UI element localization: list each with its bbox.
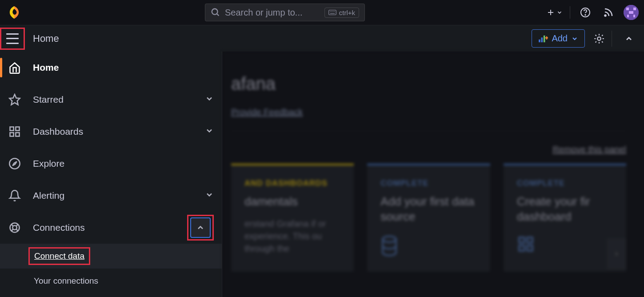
sidebar-item-label: Alerting bbox=[33, 190, 64, 201]
svg-rect-18 bbox=[633, 15, 635, 17]
header-bar: Home Add bbox=[0, 25, 644, 52]
sidebar-item-label: Home bbox=[33, 62, 59, 73]
svg-point-12 bbox=[605, 15, 606, 16]
sidebar-item-connections[interactable]: Connections bbox=[0, 212, 222, 244]
svg-point-30 bbox=[9, 158, 20, 169]
chevron-right-icon bbox=[613, 251, 620, 257]
svg-rect-28 bbox=[10, 132, 14, 136]
news-button[interactable] bbox=[600, 4, 616, 20]
card-title: Add your first data source bbox=[380, 194, 476, 225]
menu-toggle-button[interactable] bbox=[6, 33, 19, 44]
add-menu-button[interactable] bbox=[547, 4, 563, 20]
search-input[interactable]: Search or jump to... ctrl+k bbox=[205, 4, 365, 21]
chevron-up-icon bbox=[624, 34, 633, 43]
sidebar-subitem-connect-data[interactable]: Connect data bbox=[0, 244, 222, 269]
sidebar-subitem-your-connections[interactable]: Your connections bbox=[0, 269, 222, 293]
grafana-logo[interactable] bbox=[5, 4, 23, 21]
svg-point-33 bbox=[12, 225, 16, 229]
chevron-down-icon bbox=[205, 94, 214, 105]
gear-icon bbox=[593, 33, 605, 44]
panel-add-icon bbox=[538, 35, 548, 43]
card-title: damentals bbox=[244, 194, 340, 209]
svg-rect-36 bbox=[527, 237, 532, 243]
search-shortcut: ctrl+k bbox=[324, 8, 359, 18]
sidebar-subitem-label: Your connections bbox=[34, 276, 98, 286]
connections-expand-highlight bbox=[187, 215, 214, 241]
sidebar-item-dashboards[interactable]: Dashboards bbox=[0, 116, 222, 148]
breadcrumb[interactable]: Home bbox=[33, 33, 59, 44]
feedback-link[interactable]: Provide Feedback bbox=[231, 107, 303, 117]
chevron-down-icon bbox=[571, 35, 578, 42]
sidebar-item-label: Explore bbox=[33, 158, 64, 169]
svg-point-0 bbox=[212, 9, 218, 15]
dashboard-settings-button[interactable] bbox=[589, 29, 609, 48]
svg-rect-37 bbox=[519, 245, 524, 251]
apps-icon bbox=[8, 125, 21, 138]
svg-rect-20 bbox=[541, 37, 543, 42]
apps-icon bbox=[517, 235, 613, 255]
connections-icon bbox=[8, 221, 21, 234]
svg-rect-26 bbox=[10, 127, 14, 131]
chevron-down-icon bbox=[205, 126, 214, 137]
svg-rect-15 bbox=[633, 8, 636, 10]
sidebar-item-label: Dashboards bbox=[33, 126, 83, 137]
compass-icon bbox=[8, 157, 21, 170]
search-icon bbox=[211, 8, 220, 17]
svg-rect-19 bbox=[539, 39, 541, 42]
svg-point-24 bbox=[597, 37, 601, 40]
add-panel-label: Add bbox=[552, 33, 568, 44]
main-content: afana Provide Feedback Remove this panel… bbox=[222, 52, 644, 297]
svg-rect-38 bbox=[527, 245, 532, 251]
sidebar-subitem-label: Connect data bbox=[34, 251, 84, 261]
sidebar-item-label: Connections bbox=[33, 222, 85, 233]
help-icon bbox=[580, 7, 591, 18]
svg-rect-17 bbox=[627, 15, 629, 17]
star-icon bbox=[8, 93, 21, 106]
svg-rect-27 bbox=[16, 127, 19, 131]
svg-rect-35 bbox=[519, 237, 524, 243]
sidebar-item-label: Starred bbox=[33, 94, 64, 105]
plus-icon bbox=[547, 8, 555, 16]
svg-point-34 bbox=[383, 236, 396, 242]
connect-data-highlight: Connect data bbox=[28, 247, 90, 265]
card-status: COMPLETE bbox=[517, 179, 613, 188]
svg-marker-31 bbox=[12, 161, 16, 165]
sidebar-item-starred[interactable]: Starred bbox=[0, 84, 222, 116]
home-icon bbox=[8, 61, 21, 74]
onboarding-card-datasource[interactable]: COMPLETE Add your first data source bbox=[367, 164, 490, 272]
onboarding-card-fundamentals[interactable]: AND DASHBOARDS damentals erstand Grafana… bbox=[231, 164, 354, 272]
chevron-down-icon bbox=[556, 9, 563, 16]
svg-rect-21 bbox=[544, 35, 545, 42]
card-title: Create your fir dashboard bbox=[517, 194, 613, 225]
collapse-button[interactable] bbox=[619, 29, 639, 48]
scroll-right-button[interactable] bbox=[607, 238, 626, 269]
add-panel-button[interactable]: Add bbox=[532, 29, 585, 48]
svg-rect-29 bbox=[16, 132, 19, 136]
chevron-up-icon bbox=[196, 223, 205, 232]
chevron-down-icon bbox=[205, 190, 214, 201]
page-title: afana bbox=[231, 74, 626, 94]
user-avatar[interactable] bbox=[624, 5, 639, 20]
connections-collapse-button[interactable] bbox=[190, 217, 211, 238]
search-placeholder: Search or jump to... bbox=[225, 8, 303, 18]
keyboard-icon bbox=[328, 9, 336, 16]
svg-rect-16 bbox=[629, 11, 633, 14]
card-eyebrow: AND DASHBOARDS bbox=[244, 179, 340, 188]
sidebar-item-alerting[interactable]: Alerting bbox=[0, 180, 222, 212]
svg-rect-14 bbox=[626, 8, 629, 10]
sidebar-item-home[interactable]: Home bbox=[0, 52, 222, 84]
remove-panel-link[interactable]: Remove this panel bbox=[552, 144, 626, 155]
help-button[interactable] bbox=[577, 4, 593, 20]
bell-icon bbox=[8, 189, 21, 202]
sidebar-nav: Home Starred Dashboards bbox=[0, 52, 222, 297]
top-bar: Search or jump to... ctrl+k bbox=[0, 0, 644, 25]
svg-marker-25 bbox=[9, 94, 20, 104]
card-desc: erstand Grafana if or experience. This o… bbox=[244, 217, 340, 255]
svg-point-11 bbox=[585, 15, 586, 16]
card-status: COMPLETE bbox=[380, 179, 476, 188]
database-icon bbox=[380, 235, 476, 258]
rss-icon bbox=[603, 7, 614, 18]
svg-rect-2 bbox=[328, 10, 336, 15]
menu-toggle-highlight bbox=[0, 28, 25, 50]
sidebar-item-explore[interactable]: Explore bbox=[0, 148, 222, 180]
